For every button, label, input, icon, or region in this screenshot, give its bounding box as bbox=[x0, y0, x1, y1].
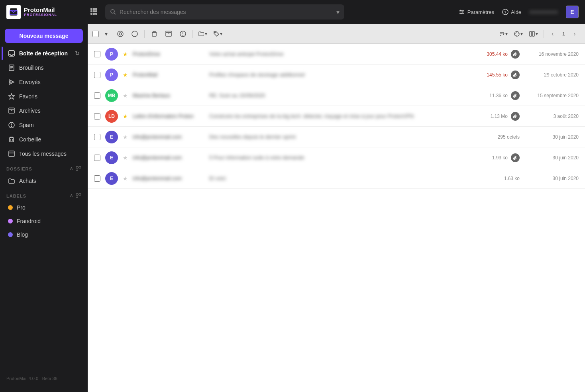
sidebar: Nouveau message Boîte de réception ↻ bbox=[0, 24, 88, 392]
star-icon[interactable]: ★ bbox=[123, 72, 128, 78]
help-button[interactable]: ? Aide bbox=[502, 9, 521, 15]
email-row[interactable]: MB ★ Maxime Bertaux RE: Suivi au 15/09/2… bbox=[88, 85, 585, 106]
star-icon[interactable]: ★ bbox=[123, 51, 128, 57]
layout-button[interactable]: ▾ bbox=[527, 29, 540, 38]
layout-chevron: ▾ bbox=[536, 31, 538, 37]
inbox-label: Boîte de réception bbox=[19, 50, 68, 57]
svg-rect-42 bbox=[76, 194, 78, 195]
svg-rect-3 bbox=[93, 8, 95, 10]
sent-label: Envoyés bbox=[19, 79, 41, 85]
settings-button[interactable]: Paramètres bbox=[459, 9, 494, 15]
sidebar-item-achats[interactable]: Achats bbox=[2, 174, 86, 188]
svg-rect-66 bbox=[532, 31, 534, 36]
search-bar[interactable]: ▾ bbox=[105, 4, 344, 20]
folders-manage-icon[interactable] bbox=[76, 166, 81, 172]
filter-button[interactable]: ▾ bbox=[512, 29, 525, 38]
prev-page-button[interactable]: ‹ bbox=[547, 28, 558, 39]
avatar: E bbox=[105, 151, 118, 164]
sidebar-item-pro[interactable]: Pro bbox=[2, 201, 86, 214]
sort-button[interactable]: ▾ bbox=[497, 29, 510, 38]
search-input[interactable] bbox=[120, 9, 333, 15]
move-spam-button[interactable] bbox=[177, 27, 189, 40]
folder-icon bbox=[8, 177, 15, 184]
settings-label: Paramètres bbox=[467, 9, 494, 15]
sidebar-item-inbox[interactable]: Boîte de réception ↻ bbox=[2, 47, 86, 60]
email-checkbox[interactable] bbox=[94, 113, 100, 120]
next-page-button[interactable]: › bbox=[569, 28, 580, 39]
pro-label: Pro bbox=[17, 204, 26, 211]
email-row[interactable]: LD ★ Lettre d'information Proton Constru… bbox=[88, 106, 585, 127]
sidebar-nav: Boîte de réception ↻ Brouillons bbox=[0, 46, 88, 161]
email-subject: Et voici bbox=[209, 175, 487, 181]
email-row[interactable]: E ★ info@protonmail.com Et voici 1.63 ko… bbox=[88, 168, 585, 189]
email-meta: 1.63 ko 30 juin 2020 bbox=[492, 176, 579, 181]
svg-line-12 bbox=[114, 13, 116, 14]
label-chevron: ▾ bbox=[220, 31, 222, 37]
folder-move-button[interactable]: ▾ bbox=[196, 29, 210, 38]
star-icon[interactable]: ★ bbox=[123, 134, 128, 140]
star-icon[interactable]: ★ bbox=[123, 175, 128, 182]
help-label: Aide bbox=[511, 9, 521, 15]
sidebar-item-blog[interactable]: Blog bbox=[2, 228, 86, 241]
filter-chevron: ▾ bbox=[520, 31, 523, 37]
email-checkbox[interactable] bbox=[94, 92, 100, 99]
email-checkbox[interactable] bbox=[94, 175, 100, 182]
star-icon[interactable]: ★ bbox=[123, 92, 128, 99]
sidebar-item-frandroid[interactable]: Frandroid bbox=[2, 215, 86, 227]
svg-rect-7 bbox=[95, 10, 97, 12]
label-button[interactable]: ▾ bbox=[211, 29, 225, 38]
sidebar-item-drafts[interactable]: Brouillons bbox=[2, 61, 86, 74]
email-row[interactable]: P ★ ProtonMail Profitez d'espace de stoc… bbox=[88, 65, 585, 85]
blog-label-dot bbox=[8, 232, 13, 237]
email-meta: 145.55 ko 29 octobre 2020 bbox=[480, 71, 579, 79]
email-subject: 5 Pour information suite à votre demande bbox=[209, 155, 475, 161]
svg-point-33 bbox=[12, 126, 12, 127]
sidebar-item-all[interactable]: Tous les messages bbox=[2, 147, 86, 161]
apps-grid-icon[interactable] bbox=[88, 6, 99, 18]
logo-area: ProtonMail PROFESSIONAL bbox=[6, 5, 82, 19]
email-row[interactable]: E ★ info@protonmail.com 5 Pour informati… bbox=[88, 147, 585, 168]
labels-collapse-icon[interactable]: ∧ bbox=[70, 193, 73, 199]
email-checkbox[interactable] bbox=[94, 72, 100, 78]
svg-point-56 bbox=[215, 32, 216, 33]
search-chevron-icon[interactable]: ▾ bbox=[336, 8, 340, 16]
svg-rect-8 bbox=[90, 13, 92, 15]
sidebar-item-archives[interactable]: Archives bbox=[2, 104, 86, 118]
unread-button[interactable] bbox=[128, 27, 141, 40]
folders-collapse-icon[interactable]: ∧ bbox=[70, 166, 73, 172]
select-all-checkbox[interactable] bbox=[92, 31, 99, 37]
attachment-icon bbox=[511, 91, 520, 100]
select-dropdown-button[interactable]: ▾ bbox=[100, 27, 112, 40]
star-nav-icon bbox=[8, 93, 15, 100]
pro-label-dot bbox=[8, 205, 13, 210]
email-checkbox[interactable] bbox=[94, 51, 100, 57]
email-meta: 305.44 ko 16 novembre 2020 bbox=[480, 50, 579, 59]
sent-icon bbox=[8, 78, 15, 86]
archive-button[interactable] bbox=[162, 27, 175, 40]
new-message-button[interactable]: Nouveau message bbox=[5, 29, 83, 43]
avatar: P bbox=[105, 48, 118, 61]
email-date: 30 juin 2020 bbox=[523, 155, 579, 161]
email-size: 305.44 ko bbox=[480, 51, 508, 57]
sidebar-item-starred[interactable]: Favoris bbox=[2, 90, 86, 103]
email-size: 145.55 ko bbox=[480, 72, 508, 78]
sidebar-item-trash[interactable]: Corbeille bbox=[2, 133, 86, 146]
sidebar-item-sent[interactable]: Envoyés bbox=[2, 75, 86, 89]
user-avatar[interactable]: E bbox=[566, 6, 579, 18]
star-icon[interactable]: ★ bbox=[123, 155, 128, 161]
sort-icon bbox=[499, 31, 505, 37]
refresh-icon[interactable]: ↻ bbox=[75, 50, 80, 57]
email-checkbox[interactable] bbox=[94, 155, 100, 161]
spam-btn-icon bbox=[180, 31, 186, 37]
view-button[interactable] bbox=[114, 27, 127, 40]
star-icon[interactable]: ★ bbox=[123, 113, 128, 120]
all-messages-icon bbox=[8, 150, 15, 157]
delete-button[interactable] bbox=[148, 27, 161, 40]
sidebar-item-spam[interactable]: Spam bbox=[2, 118, 86, 132]
frandroid-label: Frandroid bbox=[17, 218, 41, 224]
email-row[interactable]: P ★ ProtonDrive Votre achat anticipé Pro… bbox=[88, 44, 585, 65]
labels-manage-icon[interactable] bbox=[76, 193, 81, 199]
email-row[interactable]: E ★ info@protonmail.com Des nouvelles de… bbox=[88, 127, 585, 147]
email-checkbox[interactable] bbox=[94, 134, 100, 140]
email-size: 11.36 ko bbox=[480, 93, 508, 98]
